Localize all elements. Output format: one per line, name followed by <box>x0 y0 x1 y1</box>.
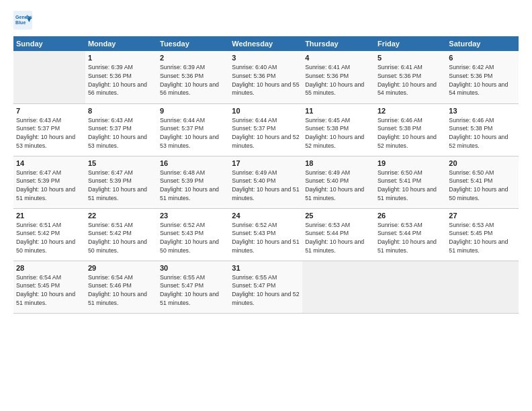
day-info: Sunrise: 6:48 AMSunset: 5:39 PMDaylight:… <box>160 169 226 203</box>
day-number: 12 <box>378 107 443 115</box>
calendar-cell: 27Sunrise: 6:53 AMSunset: 5:45 PMDayligh… <box>446 208 519 261</box>
calendar-cell: 16Sunrise: 6:48 AMSunset: 5:39 PMDayligh… <box>157 156 229 208</box>
day-info: Sunrise: 6:40 AMSunset: 5:36 PMDaylight:… <box>232 63 300 97</box>
day-info: Sunrise: 6:46 AMSunset: 5:38 PMDaylight:… <box>378 116 443 150</box>
day-info: Sunrise: 6:54 AMSunset: 5:46 PMDaylight:… <box>88 273 154 308</box>
day-info: Sunrise: 6:50 AMSunset: 5:41 PMDaylight:… <box>378 169 443 203</box>
day-number: 16 <box>160 159 226 167</box>
calendar-cell: 22Sunrise: 6:51 AMSunset: 5:42 PMDayligh… <box>85 208 157 261</box>
calendar-cell: 31Sunrise: 6:55 AMSunset: 5:47 PMDayligh… <box>229 261 302 313</box>
calendar-cell: 19Sunrise: 6:50 AMSunset: 5:41 PMDayligh… <box>375 156 446 208</box>
calendar-cell: 9Sunrise: 6:44 AMSunset: 5:37 PMDaylight… <box>157 103 229 156</box>
day-info: Sunrise: 6:55 AMSunset: 5:47 PMDaylight:… <box>160 273 226 308</box>
day-number: 18 <box>305 159 372 167</box>
calendar-cell: 12Sunrise: 6:46 AMSunset: 5:38 PMDayligh… <box>375 103 446 156</box>
day-number: 29 <box>88 264 154 272</box>
calendar-cell: 30Sunrise: 6:55 AMSunset: 5:47 PMDayligh… <box>157 261 229 313</box>
calendar-cell: 28Sunrise: 6:54 AMSunset: 5:45 PMDayligh… <box>13 261 85 313</box>
logo: General Blue <box>13 11 32 30</box>
weekday-header: Thursday <box>302 36 375 51</box>
day-info: Sunrise: 6:52 AMSunset: 5:43 PMDaylight:… <box>232 221 300 255</box>
calendar-cell: 13Sunrise: 6:46 AMSunset: 5:38 PMDayligh… <box>446 103 519 156</box>
calendar-cell: 25Sunrise: 6:53 AMSunset: 5:44 PMDayligh… <box>302 208 375 261</box>
day-number: 24 <box>232 212 300 220</box>
calendar-week-row: 21Sunrise: 6:51 AMSunset: 5:42 PMDayligh… <box>13 208 519 261</box>
day-number: 28 <box>16 264 83 272</box>
day-number: 9 <box>160 107 226 115</box>
day-info: Sunrise: 6:43 AMSunset: 5:37 PMDaylight:… <box>16 116 83 150</box>
day-info: Sunrise: 6:45 AMSunset: 5:38 PMDaylight:… <box>305 116 372 150</box>
day-info: Sunrise: 6:55 AMSunset: 5:47 PMDaylight:… <box>232 273 300 308</box>
day-info: Sunrise: 6:51 AMSunset: 5:42 PMDaylight:… <box>88 221 154 255</box>
day-info: Sunrise: 6:44 AMSunset: 5:37 PMDaylight:… <box>232 116 300 150</box>
calendar-cell: 21Sunrise: 6:51 AMSunset: 5:42 PMDayligh… <box>13 208 85 261</box>
day-number: 6 <box>449 54 516 62</box>
day-info: Sunrise: 6:47 AMSunset: 5:39 PMDaylight:… <box>88 169 154 203</box>
calendar-cell: 24Sunrise: 6:52 AMSunset: 5:43 PMDayligh… <box>229 208 302 261</box>
calendar-week-row: 14Sunrise: 6:47 AMSunset: 5:39 PMDayligh… <box>13 156 519 208</box>
calendar-week-row: 28Sunrise: 6:54 AMSunset: 5:45 PMDayligh… <box>13 261 519 313</box>
day-info: Sunrise: 6:46 AMSunset: 5:38 PMDaylight:… <box>449 116 516 150</box>
calendar-cell: 4Sunrise: 6:41 AMSunset: 5:36 PMDaylight… <box>302 51 375 103</box>
calendar-cell: 1Sunrise: 6:39 AMSunset: 5:36 PMDaylight… <box>85 51 157 103</box>
calendar-cell: 8Sunrise: 6:43 AMSunset: 5:37 PMDaylight… <box>85 103 157 156</box>
day-info: Sunrise: 6:44 AMSunset: 5:37 PMDaylight:… <box>160 116 226 150</box>
weekday-header: Tuesday <box>157 36 229 51</box>
day-number: 3 <box>232 54 300 62</box>
day-number: 31 <box>232 264 300 272</box>
calendar-cell: 5Sunrise: 6:41 AMSunset: 5:36 PMDaylight… <box>375 51 446 103</box>
calendar-cell: 26Sunrise: 6:53 AMSunset: 5:44 PMDayligh… <box>375 208 446 261</box>
calendar-cell: 18Sunrise: 6:49 AMSunset: 5:40 PMDayligh… <box>302 156 375 208</box>
calendar-cell: 20Sunrise: 6:50 AMSunset: 5:41 PMDayligh… <box>446 156 519 208</box>
calendar-cell: 10Sunrise: 6:44 AMSunset: 5:37 PMDayligh… <box>229 103 302 156</box>
day-info: Sunrise: 6:39 AMSunset: 5:36 PMDaylight:… <box>160 63 226 97</box>
calendar-cell <box>446 261 519 313</box>
calendar-page: General Blue SundayMondayTuesdayWednesda… <box>0 0 532 411</box>
day-info: Sunrise: 6:49 AMSunset: 5:40 PMDaylight:… <box>232 169 300 203</box>
calendar-week-row: 7Sunrise: 6:43 AMSunset: 5:37 PMDaylight… <box>13 103 519 156</box>
weekday-header: Saturday <box>446 36 519 51</box>
calendar-cell: 6Sunrise: 6:42 AMSunset: 5:36 PMDaylight… <box>446 51 519 103</box>
day-info: Sunrise: 6:49 AMSunset: 5:40 PMDaylight:… <box>305 169 372 203</box>
day-number: 30 <box>160 264 226 272</box>
day-number: 26 <box>378 212 443 220</box>
weekday-header: Sunday <box>13 36 85 51</box>
calendar-cell <box>302 261 375 313</box>
day-number: 27 <box>449 212 516 220</box>
day-info: Sunrise: 6:43 AMSunset: 5:37 PMDaylight:… <box>88 116 154 150</box>
calendar-cell: 23Sunrise: 6:52 AMSunset: 5:43 PMDayligh… <box>157 208 229 261</box>
logo-icon: General Blue <box>13 11 32 30</box>
day-info: Sunrise: 6:41 AMSunset: 5:36 PMDaylight:… <box>378 63 443 97</box>
day-number: 5 <box>378 54 443 62</box>
calendar-cell <box>375 261 446 313</box>
day-number: 13 <box>449 107 516 115</box>
day-number: 22 <box>88 212 154 220</box>
calendar-cell: 14Sunrise: 6:47 AMSunset: 5:39 PMDayligh… <box>13 156 85 208</box>
day-info: Sunrise: 6:39 AMSunset: 5:36 PMDaylight:… <box>88 63 154 97</box>
day-info: Sunrise: 6:47 AMSunset: 5:39 PMDaylight:… <box>16 169 83 203</box>
calendar-cell: 2Sunrise: 6:39 AMSunset: 5:36 PMDaylight… <box>157 51 229 103</box>
day-number: 20 <box>449 159 516 167</box>
calendar-cell: 17Sunrise: 6:49 AMSunset: 5:40 PMDayligh… <box>229 156 302 208</box>
calendar-cell: 15Sunrise: 6:47 AMSunset: 5:39 PMDayligh… <box>85 156 157 208</box>
calendar-cell: 11Sunrise: 6:45 AMSunset: 5:38 PMDayligh… <box>302 103 375 156</box>
day-number: 8 <box>88 107 154 115</box>
calendar-week-row: 1Sunrise: 6:39 AMSunset: 5:36 PMDaylight… <box>13 51 519 103</box>
day-info: Sunrise: 6:52 AMSunset: 5:43 PMDaylight:… <box>160 221 226 255</box>
day-number: 4 <box>305 54 372 62</box>
weekday-header: Friday <box>375 36 446 51</box>
header-row: SundayMondayTuesdayWednesdayThursdayFrid… <box>13 36 519 51</box>
day-number: 21 <box>16 212 83 220</box>
day-number: 14 <box>16 159 83 167</box>
day-info: Sunrise: 6:42 AMSunset: 5:36 PMDaylight:… <box>449 63 516 97</box>
day-number: 7 <box>16 107 83 115</box>
day-info: Sunrise: 6:41 AMSunset: 5:36 PMDaylight:… <box>305 63 372 97</box>
calendar-cell <box>13 51 85 103</box>
day-number: 19 <box>378 159 443 167</box>
day-info: Sunrise: 6:53 AMSunset: 5:44 PMDaylight:… <box>305 221 372 255</box>
svg-text:Blue: Blue <box>15 20 26 25</box>
day-number: 11 <box>305 107 372 115</box>
day-number: 1 <box>88 54 154 62</box>
day-info: Sunrise: 6:53 AMSunset: 5:45 PMDaylight:… <box>449 221 516 255</box>
page-header: General Blue <box>13 11 519 30</box>
